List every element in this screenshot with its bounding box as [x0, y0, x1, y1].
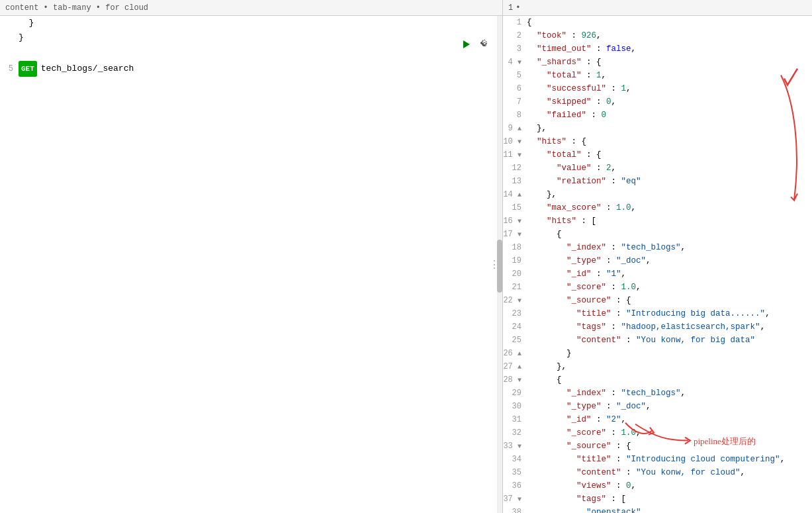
- json-line-number: 36: [503, 479, 527, 492]
- fold-indicator[interactable]: ▲: [518, 363, 521, 371]
- json-line-content: "value" : 2,: [527, 162, 616, 175]
- run-button[interactable]: [459, 37, 473, 52]
- json-line-number: 33 ▼: [503, 440, 527, 453]
- json-line-number: 12: [503, 162, 527, 175]
- json-line: 34 "title" : "Introducing cloud computer…: [503, 453, 812, 466]
- json-line-content: "_shards" : {: [527, 56, 602, 69]
- json-line: 2 "took" : 926,: [503, 29, 812, 42]
- left-top-bar: content • tab-many • for cloud: [0, 0, 502, 16]
- json-line-number: 31: [503, 413, 527, 426]
- json-viewer[interactable]: 1{2 "took" : 926,3 "timed_out" : false,4…: [503, 16, 812, 513]
- json-line-number: 16 ▼: [503, 214, 527, 228]
- json-line: 12 "value" : 2,: [503, 162, 812, 175]
- json-line-number: 13: [503, 175, 527, 188]
- json-line-content: "tags" : "hadoop,elasticsearch,spark",: [527, 320, 765, 334]
- json-line-number: 29: [503, 387, 527, 400]
- json-line: 9 ▲ },: [503, 122, 812, 135]
- fold-indicator[interactable]: ▼: [518, 443, 521, 450]
- request-line: 5 GET tech_blogs/_search: [0, 60, 502, 78]
- fold-indicator[interactable]: ▼: [518, 59, 521, 66]
- json-line: 7 "skipped" : 0,: [503, 95, 812, 109]
- json-line: 6 "successful" : 1,: [503, 82, 812, 95]
- json-line-number: 4 ▼: [503, 56, 527, 70]
- fold-indicator[interactable]: ▼: [518, 231, 521, 238]
- json-line: 15 "max_score" : 1.0,: [503, 201, 812, 214]
- json-line-content: "_score" : 1.0,: [527, 426, 641, 440]
- json-line-content: "tags" : [: [527, 492, 626, 506]
- json-line-number: 6: [503, 82, 527, 95]
- json-line: 16 ▼ "hits" : [: [503, 214, 812, 228]
- json-line-content: {: [527, 228, 562, 241]
- json-line: 24 "tags" : "hadoop,elasticsearch,spark"…: [503, 320, 812, 334]
- json-line-number: 14 ▲: [503, 188, 527, 202]
- left-panel: content • tab-many • for cloud } } 5 GET: [0, 0, 503, 513]
- json-line-content: "views" : 0,: [527, 479, 636, 492]
- right-top-bar: 1 •: [503, 0, 812, 16]
- json-line-number: 35: [503, 466, 527, 479]
- json-line-number: 10 ▼: [503, 135, 527, 149]
- json-line-content: "_score" : 1.0,: [527, 281, 641, 294]
- fold-indicator[interactable]: ▼: [518, 152, 521, 159]
- json-line-number: 34: [503, 453, 527, 466]
- json-line-number: 21: [503, 281, 527, 294]
- fold-indicator[interactable]: ▼: [518, 218, 521, 225]
- json-line-number: 3: [503, 42, 527, 56]
- json-line-number: 30: [503, 400, 527, 413]
- json-line-number: 17 ▼: [503, 228, 527, 242]
- json-line-content: "successful" : 1,: [527, 82, 631, 95]
- json-line: 13 "relation" : "eq": [503, 175, 812, 188]
- json-lines-container: 1{2 "took" : 926,3 "timed_out" : false,4…: [503, 16, 812, 513]
- right-line-count: 1: [508, 3, 513, 13]
- json-line-content: "skipped" : 0,: [527, 95, 616, 109]
- fold-indicator[interactable]: ▲: [518, 191, 521, 199]
- json-line-number: 38: [503, 506, 527, 513]
- json-line-number: 23: [503, 307, 527, 320]
- request-url[interactable]: tech_blogs/_search: [41, 62, 134, 76]
- json-line: 25 "content" : "You konw, for big data": [503, 334, 812, 347]
- json-line: 4 ▼ "_shards" : {: [503, 56, 812, 69]
- left-scrollbar[interactable]: [497, 16, 502, 513]
- json-line-content: {: [527, 16, 532, 29]
- editor-line: }: [0, 16, 502, 30]
- json-line: 20 "_id" : "1",: [503, 267, 812, 281]
- json-line-content: "took" : 926,: [527, 29, 602, 42]
- json-line-content: },: [527, 360, 566, 373]
- toolbar-icons: [459, 37, 492, 52]
- fold-indicator[interactable]: ▼: [518, 496, 521, 503]
- json-line-number: 20: [503, 267, 527, 281]
- json-line: 5 "total" : 1,: [503, 69, 812, 82]
- json-line: 36 "views" : 0,: [503, 479, 812, 492]
- json-line-content: "_source" : {: [527, 294, 631, 307]
- fold-indicator[interactable]: ▲: [518, 350, 521, 357]
- line-num: 5: [0, 62, 19, 76]
- json-line: 30 "_type" : "_doc",: [503, 400, 812, 413]
- json-line-content: "hits" : {: [527, 135, 586, 148]
- json-line: 26 ▲ }: [503, 347, 812, 360]
- json-line-number: 15: [503, 201, 527, 214]
- scrollbar-thumb[interactable]: [497, 240, 502, 293]
- json-line-content: "relation" : "eq": [527, 175, 641, 188]
- json-line: 37 ▼ "tags" : [: [503, 492, 812, 506]
- json-line: 35 "content" : "You konw, for cloud",: [503, 466, 812, 479]
- json-line: 1{: [503, 16, 812, 29]
- fold-indicator[interactable]: ▲: [518, 125, 521, 132]
- json-line: 23 "title" : "Introducing big data......…: [503, 307, 812, 320]
- json-line-number: 9 ▲: [503, 122, 527, 136]
- fold-indicator[interactable]: ▼: [518, 297, 521, 304]
- json-line-content: "_source" : {: [527, 440, 631, 453]
- json-line: 22 ▼ "_source" : {: [503, 294, 812, 307]
- line-content: }: [19, 30, 502, 45]
- json-line-content: "max_score" : 1.0,: [527, 201, 636, 214]
- json-line-number: 26 ▲: [503, 347, 527, 361]
- right-top-label: •: [516, 3, 520, 13]
- json-line-content: "_id" : "2",: [527, 413, 626, 426]
- fold-indicator[interactable]: ▼: [518, 377, 521, 384]
- settings-button[interactable]: [477, 37, 492, 52]
- editor-line: [0, 45, 502, 60]
- json-line-content: "_index" : "tech_blogs",: [527, 241, 686, 254]
- fold-indicator[interactable]: ▼: [518, 138, 521, 146]
- json-line: 14 ▲ },: [503, 188, 812, 201]
- json-line-number: 8: [503, 109, 527, 122]
- json-line-content: }: [527, 347, 572, 360]
- json-line-content: "title" : "Introducing cloud computering…: [527, 453, 785, 466]
